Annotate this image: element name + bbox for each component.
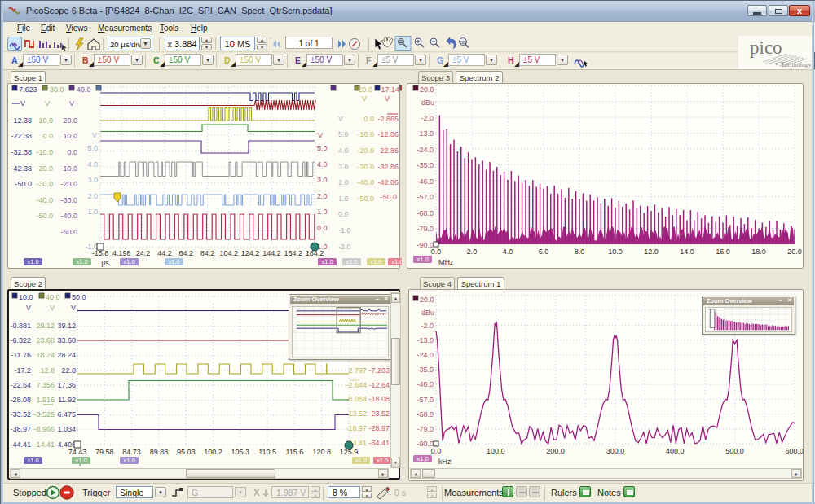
svg-text:-57.0: -57.0 [416, 396, 434, 404]
svg-text:x1.0: x1.0 [377, 457, 388, 464]
svg-text:x1.0: x1.0 [76, 258, 87, 265]
svg-text:4.0: 4.0 [317, 160, 328, 169]
svg-text:V: V [71, 304, 76, 312]
svg-text:30.0: 30.0 [50, 85, 64, 94]
svg-text:40.0: 40.0 [46, 293, 60, 301]
svg-text:144.2: 144.2 [262, 249, 281, 257]
svg-text:-12.38: -12.38 [11, 116, 32, 125]
svg-text:0.0: 0.0 [42, 132, 53, 140]
svg-text:95.03: 95.03 [177, 448, 196, 456]
svg-text:x1.0: x1.0 [123, 258, 134, 265]
svg-text:17.36: 17.36 [57, 381, 76, 389]
svg-text:20.0: 20.0 [63, 116, 77, 125]
svg-text:84.2: 84.2 [200, 249, 215, 257]
svg-text:-1.0: -1.0 [338, 226, 351, 234]
svg-text:110.5: 110.5 [258, 448, 276, 456]
svg-text:-28.08: -28.08 [10, 396, 31, 404]
svg-text:-40.0: -40.0 [36, 196, 53, 204]
svg-text:-0.881: -0.881 [10, 322, 31, 330]
svg-text:-2.0: -2.0 [421, 322, 434, 330]
svg-text:10.0: 10.0 [608, 248, 623, 256]
svg-text:-30.0: -30.0 [36, 180, 53, 188]
svg-text:-6.322: -6.322 [10, 336, 31, 344]
svg-text:-10.0: -10.0 [357, 130, 374, 138]
svg-text:-50.0: -50.0 [15, 180, 32, 188]
svg-text:-22.64: -22.64 [10, 381, 31, 389]
svg-text:x1.0: x1.0 [355, 457, 367, 464]
svg-text:-22.38: -22.38 [11, 132, 32, 140]
svg-text:-14.41: -14.41 [33, 440, 55, 449]
svg-text:x1.0: x1.0 [321, 258, 333, 265]
svg-text:-34.41: -34.41 [368, 439, 390, 447]
svg-text:-50.0: -50.0 [357, 195, 374, 203]
svg-text:x1.0: x1.0 [370, 258, 381, 265]
svg-text:115.6: 115.6 [285, 448, 303, 456]
svg-text:V: V [26, 304, 31, 312]
svg-text:0.0: 0.0 [431, 447, 442, 455]
svg-text:20.0: 20.0 [787, 248, 802, 256]
svg-text:2.0: 2.0 [338, 178, 349, 186]
svg-text:6.475: 6.475 [57, 410, 76, 419]
svg-text:12.8: 12.8 [40, 366, 55, 375]
svg-text:-18.08: -18.08 [368, 395, 390, 403]
svg-text:7.356: 7.356 [36, 381, 55, 389]
svg-text:µs: µs [101, 259, 109, 267]
svg-text:V: V [50, 304, 55, 312]
svg-text:-2.865: -2.865 [377, 115, 399, 123]
svg-text:600.0: 600.0 [786, 447, 804, 455]
svg-text:5.0: 5.0 [317, 144, 328, 152]
svg-text:4.0: 4.0 [503, 248, 513, 256]
svg-text:33.68: 33.68 [57, 336, 76, 344]
svg-text:-40.0: -40.0 [60, 212, 77, 220]
svg-text:pico: pico [750, 37, 782, 58]
svg-text:28.24: 28.24 [57, 351, 76, 359]
svg-text:V: V [362, 94, 367, 103]
svg-text:-33.52: -33.52 [10, 410, 31, 419]
svg-text:40.0: 40.0 [77, 85, 91, 94]
svg-text:-32.38: -32.38 [11, 148, 32, 156]
svg-text:-40.0: -40.0 [357, 178, 374, 186]
svg-text:64.2: 64.2 [178, 249, 193, 257]
svg-text:-35.0: -35.0 [416, 366, 434, 374]
svg-text:-50.0: -50.0 [36, 212, 53, 220]
svg-text:-12.86: -12.86 [377, 130, 399, 138]
svg-text:V: V [338, 115, 343, 123]
svg-text:24.2: 24.2 [136, 249, 151, 257]
svg-text:29.12: 29.12 [36, 322, 55, 330]
svg-text:50.0: 50.0 [72, 293, 86, 301]
svg-text:100.0: 100.0 [487, 447, 505, 455]
svg-text:400.0: 400.0 [666, 447, 685, 455]
svg-text:x1.0: x1.0 [75, 457, 86, 464]
svg-text:-24.0: -24.0 [416, 351, 434, 359]
svg-text:3.0: 3.0 [87, 176, 98, 184]
svg-text:14.0: 14.0 [680, 248, 694, 256]
svg-text:-2.0: -2.0 [338, 243, 351, 251]
svg-text:89.88: 89.88 [150, 448, 169, 456]
svg-text:x1.0: x1.0 [416, 256, 428, 263]
svg-text:x1.0: x1.0 [416, 455, 428, 462]
svg-text:2.0: 2.0 [467, 248, 478, 256]
svg-text:-13.0: -13.0 [416, 336, 434, 344]
svg-text:-38.97: -38.97 [10, 425, 31, 433]
svg-text:x1.0: x1.0 [27, 258, 38, 265]
svg-text:x1.0: x1.0 [346, 258, 357, 265]
svg-text:0.0: 0.0 [431, 248, 442, 256]
svg-text:18.0: 18.0 [751, 248, 766, 256]
svg-text:-32.86: -32.86 [377, 163, 399, 171]
svg-text:dBu: dBu [421, 309, 434, 317]
svg-text:V: V [385, 94, 390, 103]
svg-text:-17.2: -17.2 [14, 366, 31, 375]
svg-text:-20.0: -20.0 [36, 164, 53, 173]
svg-text:4.198: 4.198 [112, 249, 131, 257]
svg-text:0.0: 0.0 [338, 210, 349, 218]
svg-text:-24.0: -24.0 [416, 146, 434, 154]
svg-text:-22.86: -22.86 [377, 147, 399, 155]
svg-text:MHz: MHz [438, 258, 454, 266]
svg-text:10.0: 10.0 [19, 293, 33, 301]
svg-text:100.2: 100.2 [204, 448, 222, 456]
svg-text:-46.0: -46.0 [416, 177, 434, 186]
svg-text:300.0: 300.0 [606, 447, 625, 455]
svg-text:3.0: 3.0 [317, 176, 328, 184]
svg-text:-28.97: -28.97 [368, 424, 390, 432]
svg-text:-57.0: -57.0 [416, 193, 434, 201]
